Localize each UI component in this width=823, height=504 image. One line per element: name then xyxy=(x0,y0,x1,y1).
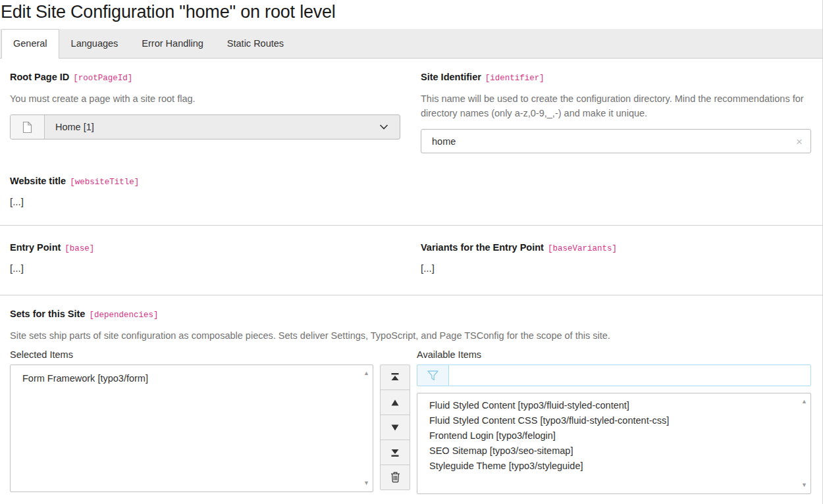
tab-panel-general: Root Page ID[rootPageId] You must create… xyxy=(0,59,822,504)
field-website-title: Website title[websiteTitle] [...] xyxy=(10,175,811,208)
move-to-top-button[interactable] xyxy=(380,365,410,390)
field-site-identifier: Site Identifier[identifier] This name wi… xyxy=(421,71,811,153)
scroll-down-icon[interactable]: ▼ xyxy=(801,482,807,488)
selected-item[interactable]: Form Framework [typo3/form] xyxy=(11,371,356,386)
filter-input[interactable] xyxy=(448,365,811,386)
field-base-variants: Variants for the Entry Point[baseVariant… xyxy=(421,241,811,274)
field-code: [base] xyxy=(65,244,94,253)
entry-point-collapsed-toggle[interactable]: [...] xyxy=(10,263,24,274)
move-down-button[interactable] xyxy=(380,415,410,440)
scroll-up-icon[interactable]: ▲ xyxy=(801,399,807,405)
field-label: Website title[websiteTitle] xyxy=(10,175,811,188)
move-to-bottom-button[interactable] xyxy=(380,440,410,465)
field-label: Entry Point[base] xyxy=(10,241,400,255)
tab-static-routes[interactable]: Static Routes xyxy=(215,29,296,58)
field-label-text: Sets for this Site xyxy=(10,309,85,319)
section-divider xyxy=(0,295,822,295)
available-item[interactable]: Frontend Login [typo3/felogin] xyxy=(417,428,793,443)
available-item[interactable]: Fluid Styled Content CSS [typo3/fluid-st… xyxy=(417,413,793,428)
field-label-text: Website title xyxy=(10,176,66,186)
available-item[interactable]: Fluid Styled Content [typo3/fluid-styled… xyxy=(417,398,793,413)
field-description: Site sets ship parts of site configurati… xyxy=(10,328,811,343)
field-code: [identifier] xyxy=(485,74,544,83)
tab-general[interactable]: General xyxy=(1,29,59,59)
field-label-text: Entry Point xyxy=(10,242,61,253)
field-label: Sets for this Site[dependencies] xyxy=(10,308,811,321)
field-description: You must create a page with a site root … xyxy=(10,91,400,106)
field-description: This name will be used to create the con… xyxy=(421,91,811,120)
move-to-top-icon xyxy=(390,373,400,382)
scroll-down-icon[interactable]: ▼ xyxy=(363,480,369,486)
field-label: Variants for the Entry Point[baseVariant… xyxy=(421,241,811,255)
trash-icon xyxy=(390,472,400,483)
field-label: Site Identifier[identifier] xyxy=(421,71,811,84)
field-entry-point: Entry Point[base] [...] xyxy=(10,241,400,274)
section-divider xyxy=(0,225,822,226)
page-title: Edit Site Configuration "home" on root l… xyxy=(0,0,822,29)
move-to-bottom-icon xyxy=(390,448,400,457)
field-root-page-id: Root Page ID[rootPageId] You must create… xyxy=(10,71,400,153)
remove-item-button[interactable] xyxy=(380,465,410,490)
move-down-icon xyxy=(390,424,400,431)
clear-icon[interactable]: × xyxy=(796,136,803,147)
root-page-select[interactable]: Home [1] xyxy=(10,114,400,139)
selected-items-label: Selected Items xyxy=(10,349,373,361)
field-label-text: Root Page ID xyxy=(10,72,69,82)
move-up-icon xyxy=(390,399,400,406)
field-code: [dependencies] xyxy=(89,311,158,320)
base-variants-collapsed-toggle[interactable]: [...] xyxy=(421,263,435,274)
identifier-input[interactable] xyxy=(421,129,811,153)
tab-error-handling[interactable]: Error Handling xyxy=(130,29,215,58)
move-up-button[interactable] xyxy=(380,390,410,415)
site-configuration-module: Edit Site Configuration "home" on root l… xyxy=(0,0,823,504)
tab-languages[interactable]: Languages xyxy=(59,29,130,58)
filter-icon xyxy=(417,365,448,386)
field-label: Root Page ID[rootPageId] xyxy=(10,71,400,84)
available-item[interactable]: SEO Sitemap [typo3/seo-sitemap] xyxy=(417,443,793,459)
field-dependencies: Sets for this Site[dependencies] Site se… xyxy=(10,308,811,494)
multiselect-controls xyxy=(380,349,410,494)
field-code: [rootPageId] xyxy=(73,74,132,83)
available-item[interactable]: Styleguide Theme [typo3/styleguide] xyxy=(417,459,793,474)
field-label-text: Variants for the Entry Point xyxy=(421,242,544,253)
chevron-down-icon xyxy=(379,124,388,130)
available-items-listbox[interactable]: ▲ ▼ Fluid Styled Content [typo3/fluid-st… xyxy=(417,393,811,494)
field-code: [baseVariants] xyxy=(548,244,617,253)
selected-items-listbox[interactable]: ▲ ▼ Form Framework [typo3/form] xyxy=(10,365,373,492)
field-label-text: Site Identifier xyxy=(421,72,481,82)
root-page-select-value: Home [1] xyxy=(55,122,94,132)
tab-bar: General Languages Error Handling Static … xyxy=(0,29,822,59)
website-title-collapsed-toggle[interactable]: [...] xyxy=(10,196,24,208)
available-items-label: Available Items xyxy=(417,349,811,361)
page-icon xyxy=(11,115,45,139)
field-code: [websiteTitle] xyxy=(70,178,139,187)
scroll-up-icon[interactable]: ▲ xyxy=(363,370,369,376)
